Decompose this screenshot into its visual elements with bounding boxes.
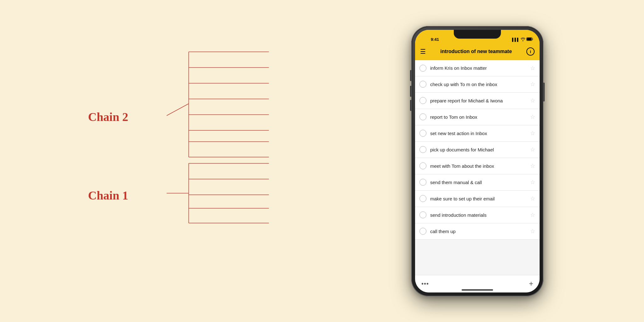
task-checkbox[interactable] xyxy=(419,130,426,137)
menu-icon[interactable]: ☰ xyxy=(420,48,426,55)
svg-rect-18 xyxy=(527,38,532,41)
task-checkbox[interactable] xyxy=(419,97,426,104)
task-star[interactable]: ☆ xyxy=(530,130,535,137)
task-checkbox[interactable] xyxy=(419,162,426,169)
task-item[interactable]: prepare report for Michael & Iwona ☆ xyxy=(415,93,540,109)
task-star[interactable]: ☆ xyxy=(530,113,535,120)
svg-line-9 xyxy=(167,104,189,116)
task-text: send them manual & call xyxy=(430,180,530,185)
task-star[interactable]: ☆ xyxy=(530,211,535,218)
task-text: prepare report for Michael & Iwona xyxy=(430,98,530,103)
task-checkbox[interactable] xyxy=(419,146,426,153)
battery-icon xyxy=(526,37,533,41)
phone-shell: 9:41 ▌▌▌ xyxy=(411,26,543,296)
add-task-button[interactable]: + xyxy=(529,279,533,288)
task-text: pick up documents for Michael xyxy=(430,147,530,152)
task-item[interactable]: report to Tom on Inbox ☆ xyxy=(415,109,540,125)
task-star[interactable]: ☆ xyxy=(530,228,535,235)
task-star[interactable]: ☆ xyxy=(530,97,535,104)
task-star[interactable]: ☆ xyxy=(530,146,535,153)
app-title: introduction of new teammate xyxy=(426,49,526,54)
wifi-icon xyxy=(521,37,525,42)
chain1-label: Chain 1 xyxy=(88,188,128,202)
more-options-button[interactable]: ••• xyxy=(421,280,429,287)
task-star[interactable]: ☆ xyxy=(530,81,535,88)
task-checkbox[interactable] xyxy=(419,195,426,202)
task-checkbox[interactable] xyxy=(419,211,426,218)
task-text: send introduction materials xyxy=(430,212,530,218)
home-indicator xyxy=(462,289,493,291)
task-text: set new test action in Inbox xyxy=(430,131,530,136)
phone-device: 9:41 ▌▌▌ xyxy=(411,26,543,296)
app-header: ☰ introduction of new teammate i xyxy=(415,44,540,60)
task-star[interactable]: ☆ xyxy=(530,179,535,186)
signal-icon: ▌▌▌ xyxy=(512,38,519,41)
task-text: report to Tom on Inbox xyxy=(430,114,530,120)
task-item[interactable]: check up with To m on the inbox ☆ xyxy=(415,76,540,93)
task-text: inform Kris on Inbox matter xyxy=(430,65,530,71)
task-list: inform Kris on Inbox matter ☆ check up w… xyxy=(415,60,540,275)
task-star[interactable]: ☆ xyxy=(530,195,535,202)
task-text: meet with Tom about the inbox xyxy=(430,163,530,169)
task-item[interactable]: send them manual & call ☆ xyxy=(415,174,540,191)
task-item[interactable]: inform Kris on Inbox matter ☆ xyxy=(415,60,540,76)
task-checkbox[interactable] xyxy=(419,113,426,120)
task-text: call them up xyxy=(430,229,530,234)
phone-screen: 9:41 ▌▌▌ xyxy=(415,30,540,292)
status-icons: ▌▌▌ xyxy=(512,37,533,42)
task-checkbox[interactable] xyxy=(419,65,426,72)
task-item[interactable]: pick up documents for Michael ☆ xyxy=(415,142,540,158)
task-item[interactable]: set new test action in Inbox ☆ xyxy=(415,125,540,142)
phone-notch xyxy=(454,30,501,39)
task-item[interactable]: call them up ☆ xyxy=(415,223,540,240)
task-checkbox[interactable] xyxy=(419,81,426,88)
task-item[interactable]: meet with Tom about the inbox ☆ xyxy=(415,158,540,174)
task-star[interactable]: ☆ xyxy=(530,65,535,72)
task-text: make sure to set up their email xyxy=(430,196,530,201)
status-time: 9:41 xyxy=(421,37,439,42)
info-button[interactable]: i xyxy=(526,47,535,56)
task-item[interactable]: send introduction materials ☆ xyxy=(415,207,540,223)
task-item[interactable]: make sure to set up their email ☆ xyxy=(415,191,540,207)
task-star[interactable]: ☆ xyxy=(530,162,535,169)
chain2-label: Chain 2 xyxy=(88,110,128,124)
task-text: check up with To m on the inbox xyxy=(430,82,530,87)
task-checkbox[interactable] xyxy=(419,179,426,186)
task-checkbox[interactable] xyxy=(419,228,426,235)
